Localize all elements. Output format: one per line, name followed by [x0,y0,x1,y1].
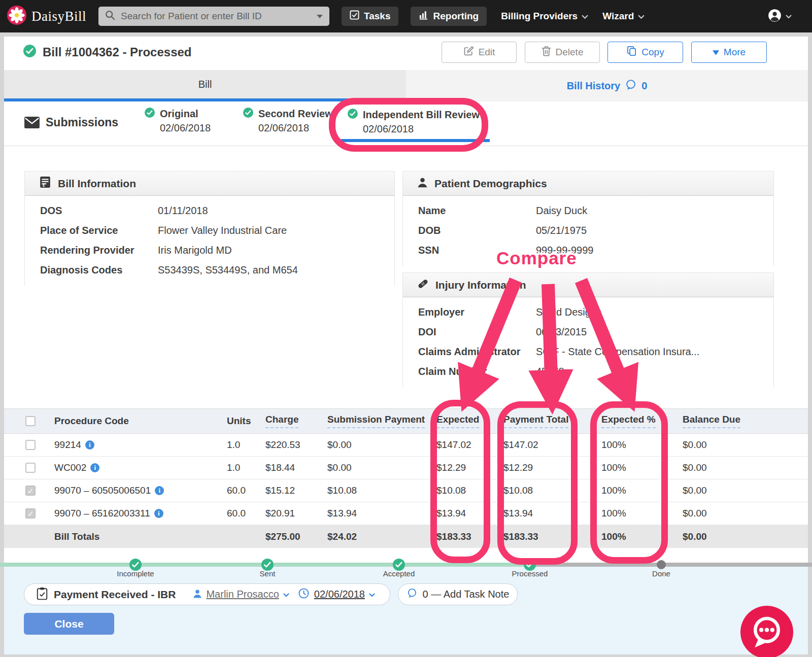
tab-bill-history[interactable]: Bill History 0 [406,70,808,101]
clipboard-check-icon [37,587,48,602]
cell-submission_payment: $0.00 [327,462,352,473]
select-all-checkbox[interactable] [25,416,36,426]
progress-pending-dot [657,560,666,569]
edit-button[interactable]: Edit [442,42,517,63]
column-header: Procedure Code [54,416,129,427]
row-checkbox[interactable] [25,440,36,450]
info-label: Rendering Provider [40,245,158,256]
task-date-dropdown[interactable]: 02/06/2018 [314,589,365,600]
info-row: SSN999-99-9999 [403,240,773,260]
column-header[interactable]: Expected [436,414,479,428]
submission-tab-second-review[interactable]: Second Review02/06/2018 [243,108,333,134]
column-header[interactable]: Payment Total [503,414,568,428]
table-row: WC002i1.0$18.44$0.00$12.29$12.29100%$0.0… [4,457,808,479]
info-icon[interactable]: i [85,440,94,449]
info-icon[interactable]: i [154,509,163,518]
cell-expected: $13.94 [436,508,466,519]
row-checkbox[interactable]: ✓ [25,486,36,496]
chat-fab[interactable] [740,606,793,657]
submissions-label: Submissions [46,116,118,129]
top-nav: DaisyBill Tasks Reporting Billing Provi [0,0,812,32]
tasks-button[interactable]: Tasks [342,7,398,26]
row-checkbox[interactable]: ✓ [25,508,36,518]
task-pill[interactable]: Payment Received - IBR Marlin Prosacco 0… [24,583,390,605]
table-header-row: Procedure CodeUnitsChargeSubmission Paym… [4,408,808,434]
info-row: Diagnosis CodesS53439S, S53449S, and M65… [25,260,394,280]
submission-date: 02/06/2018 [160,122,211,134]
info-value: 05/21/1975 [536,225,587,236]
column-header[interactable]: Submission Payment [327,414,425,428]
patient-demographics-panel: Patient Demographics NameDaisy DuckDOB05… [402,171,774,266]
table-row: ✓99070 – 60505006501i60.0$15.12$10.08$10… [4,479,808,502]
add-task-note-button[interactable]: 0 — Add Task Note [398,583,518,605]
cell-units: 1.0 [227,439,240,451]
info-row: Place of ServiceFlower Valley Industrial… [25,221,394,240]
panel-body: NameDaisy DuckDOB05/21/1975SSN999-99-999… [403,196,773,266]
delete-button[interactable]: Delete [525,42,600,63]
cell-submission_payment: $10.08 [327,485,357,496]
column-header[interactable]: Expected % [601,414,656,428]
cell-charge: $15.12 [265,485,295,496]
info-label: DOB [418,225,536,236]
cell-code: WC002i [54,462,99,473]
cell-expected_pct: 100% [601,485,626,496]
column-header[interactable]: Charge [265,414,298,428]
close-button[interactable]: Close [24,613,114,635]
page: DaisyBill Tasks Reporting Billing Provi [0,0,812,657]
cell-expected_pct: 100% [601,508,626,519]
table-row: ✓99070 – 65162003311i60.0$20.91$13.94$13… [4,502,808,525]
bandage-icon [417,278,429,292]
cell-payment_total: $13.94 [503,508,533,519]
row-checkbox[interactable] [25,463,36,473]
brand-logo[interactable]: DaisyBill [7,6,86,27]
cell-payment_total: $147.02 [503,439,538,451]
billing-providers-menu[interactable]: Billing Providers [501,11,588,22]
cell-charge: $220.53 [265,439,300,451]
info-row: DOB05/21/1975 [403,221,773,240]
info-row: NameDaisy Duck [403,201,773,221]
copy-button[interactable]: Copy [607,42,683,63]
chevron-down-icon [283,590,289,599]
tab-bill[interactable]: Bill [4,70,406,101]
submission-title: Original [160,108,198,120]
column-header[interactable]: Balance Due [683,414,740,428]
tasks-check-icon [350,10,359,22]
cell-code: 99070 – 60505006501i [54,485,164,496]
submission-tab-original[interactable]: Original02/06/2018 [145,108,211,134]
info-row: DOI06/23/2015 [403,322,773,342]
assignee-dropdown[interactable]: Marlin Prosacco [206,589,279,600]
info-value: Flower Valley Industrial Care [158,225,287,236]
info-row: EmployerSapid Designs [403,302,773,322]
submission-date: 02/06/2018 [258,122,333,134]
submission-date: 02/06/2018 [363,123,480,135]
more-button[interactable]: More [691,42,767,63]
panel-header: $ Bill Information [25,171,394,196]
info-label: SSN [418,245,536,256]
info-row: DOS01/11/2018 [25,201,394,221]
wizard-menu[interactable]: Wizard [602,11,645,22]
info-icon[interactable]: i [90,463,99,472]
patient-search[interactable] [98,7,329,26]
caret-down-icon [713,47,719,58]
search-input[interactable] [121,11,311,22]
info-value: 999-99-9999 [536,245,593,256]
cell-code: 99214i [54,439,94,451]
task-title: Payment Received - IBR [54,589,176,601]
panel-title: Bill Information [58,178,136,190]
info-icon[interactable]: i [155,486,164,495]
cell-units: 60.0 [227,508,246,519]
cell-code: 99070 – 65162003311i [54,508,163,519]
clock-icon [298,588,309,601]
panel-title: Patient Demographics [434,178,547,190]
user-menu[interactable] [768,9,792,24]
patient-icon [417,177,428,190]
cell-balance_due: $0.00 [683,462,707,473]
search-dropdown-icon[interactable] [316,12,323,21]
footer-panel [4,567,808,654]
submission-tab-independent-bill-review[interactable]: Independent Bill Review02/06/2018 [339,103,490,142]
info-value: Sapid Designs [536,306,601,318]
panel-body: DOS01/11/2018Place of ServiceFlower Vall… [25,196,394,286]
submission-title: Independent Bill Review [363,109,480,121]
trash-icon [542,46,551,59]
reporting-button[interactable]: Reporting [411,7,487,26]
